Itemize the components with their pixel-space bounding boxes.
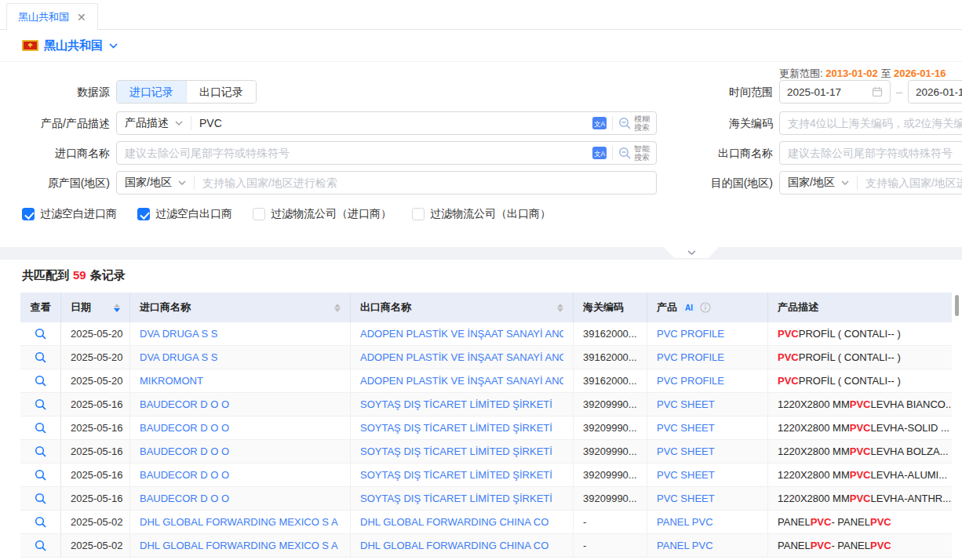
sort-icon[interactable]	[109, 304, 120, 312]
view-record-button[interactable]	[35, 398, 47, 411]
importer-input[interactable]	[117, 142, 589, 164]
checkbox-icon[interactable]	[253, 208, 265, 220]
col-header-importer[interactable]: 进口商名称	[130, 293, 351, 322]
view-record-button[interactable]	[35, 469, 47, 482]
date-to-input[interactable]: 2026-01-16	[908, 80, 962, 104]
checkbox-icon[interactable]	[22, 208, 35, 220]
table-row: 2025-05-16 BAUDECOR D O O SOYTAŞ DIŞ TİC…	[20, 487, 952, 511]
cell-description: PVC PROFİL ( CONTALI-- )	[768, 346, 952, 369]
vertical-scrollbar[interactable]	[955, 295, 959, 316]
destination-country-input[interactable]	[858, 172, 962, 194]
view-record-button[interactable]	[35, 328, 47, 340]
exporter-link[interactable]: ADOPEN PLASTİK VE İNŞAAT SANAYİ ANO...	[360, 375, 563, 387]
smart-search-button[interactable]: 智能搜索	[618, 144, 650, 162]
importer-link[interactable]: MIKROMONT	[140, 375, 203, 387]
product-link[interactable]: PANEL PVC	[657, 516, 713, 528]
product-link[interactable]: PVC SHEET	[657, 398, 715, 410]
chevron-down-icon	[178, 180, 186, 185]
filter-panel: 更新范围: 2013-01-02 至 2026-01-16 数据源 进口记录 出…	[0, 62, 962, 247]
importer-compound-input: 文A 智能搜索	[116, 141, 657, 165]
exporter-link[interactable]: SOYTAŞ DIŞ TİCARET LİMİTED ŞİRKETİ	[360, 422, 552, 434]
tab-title: 黑山共和国	[18, 10, 69, 24]
product-link[interactable]: PVC SHEET	[657, 469, 715, 481]
importer-link[interactable]: BAUDECOR D O O	[140, 469, 229, 481]
table-row: 2025-05-16 BAUDECOR D O O SOYTAŞ DIŞ TİC…	[20, 440, 952, 464]
filter-checkbox[interactable]: 过滤空白出口商	[137, 207, 232, 221]
country-title[interactable]: 黑山共和国	[44, 38, 103, 53]
product-link[interactable]: PVC SHEET	[657, 445, 715, 457]
view-record-button[interactable]	[35, 375, 47, 387]
toggle-export-records[interactable]: 出口记录	[186, 81, 256, 103]
toggle-import-records[interactable]: 进口记录	[117, 81, 186, 103]
product-link[interactable]: PANEL PVC	[657, 540, 713, 551]
cell-hs-code: 39209990...	[574, 416, 647, 439]
filter-checkbox[interactable]: 过滤物流公司（出口商）	[412, 207, 551, 221]
exporter-link[interactable]: SOYTAŞ DIŞ TİCARET LİMİTED ŞİRKETİ	[360, 445, 552, 457]
importer-link[interactable]: BAUDECOR D O O	[140, 493, 229, 504]
destination-select-value: 国家/地区	[788, 176, 835, 190]
filter-checkbox[interactable]: 过滤物流公司（进口商）	[253, 207, 392, 221]
checkbox-icon[interactable]	[137, 208, 150, 220]
exporter-input[interactable]	[779, 141, 962, 165]
exporter-link[interactable]: SOYTAŞ DIŞ TİCARET LİMİTED ŞİRKETİ	[360, 493, 552, 504]
product-input[interactable]	[191, 112, 589, 134]
checkbox-icon[interactable]	[412, 208, 425, 220]
cell-hs-code: 39209990...	[574, 440, 647, 463]
importer-link[interactable]: BAUDECOR D O O	[140, 398, 229, 410]
table-row: 2025-05-02 DHL GLOBAL FORWARDING MEXICO …	[20, 534, 952, 558]
col-header-date[interactable]: 日期	[61, 293, 130, 322]
fuzzy-search-button[interactable]: 模糊搜索	[618, 115, 650, 132]
importer-link[interactable]: DHL GLOBAL FORWARDING MEXICO S A	[140, 516, 338, 528]
exporter-link[interactable]: DHL GLOBAL FORWARDING CHINA CO	[360, 516, 548, 528]
sort-icon[interactable]	[330, 304, 341, 312]
chevron-down-icon[interactable]	[109, 43, 118, 49]
product-link[interactable]: PVC PROFILE	[657, 351, 724, 363]
sort-icon[interactable]	[552, 304, 563, 312]
importer-link[interactable]: BAUDECOR D O O	[140, 422, 229, 434]
view-record-button[interactable]	[35, 493, 47, 505]
table-row: 2025-05-20 DVA DRUGA S S ADOPEN PLASTİK …	[20, 322, 952, 346]
product-link[interactable]: PVC PROFILE	[657, 375, 724, 387]
product-link[interactable]: PVC SHEET	[657, 422, 715, 434]
hs-code-input[interactable]	[779, 111, 962, 135]
col-header-exporter[interactable]: 出口商名称	[351, 293, 574, 322]
panel-gap	[0, 247, 962, 260]
filter-checkbox[interactable]: 过滤空白进口商	[22, 207, 117, 221]
exporter-link[interactable]: ADOPEN PLASTİK VE İNŞAAT SANAYİ ANO...	[360, 351, 563, 363]
product-type-select[interactable]: 产品描述	[117, 112, 191, 134]
exporter-link[interactable]: DHL GLOBAL FORWARDING CHINA CO	[360, 540, 548, 551]
checkbox-label: 过滤空白出口商	[155, 207, 232, 221]
exporter-link[interactable]: SOYTAŞ DIŞ TİCARET LİMİTED ŞİRKETİ	[360, 398, 552, 410]
smart-search-label: 智能搜索	[634, 144, 650, 162]
exporter-link[interactable]: ADOPEN PLASTİK VE İNŞAAT SANAYİ ANO...	[360, 328, 563, 340]
importer-link[interactable]: DVA DRUGA S S	[140, 328, 217, 340]
importer-link[interactable]: BAUDECOR D O O	[140, 445, 229, 457]
table-row: 2025-05-20 MIKROMONT ADOPEN PLASTİK VE İ…	[20, 369, 952, 393]
date-from-input[interactable]: 2025-01-17	[779, 80, 891, 104]
close-icon[interactable]: ✕	[77, 12, 86, 23]
view-record-button[interactable]	[35, 540, 47, 552]
view-record-button[interactable]	[35, 445, 47, 458]
product-compound-input: 产品描述 文A 模糊搜索	[116, 111, 657, 135]
info-icon[interactable]	[700, 302, 711, 313]
data-source-label: 数据源	[0, 80, 110, 104]
importer-link[interactable]: DVA DRUGA S S	[140, 351, 217, 363]
exporter-link[interactable]: SOYTAŞ DIŞ TİCARET LİMİTED ŞİRKETİ	[360, 469, 552, 481]
origin-country-select[interactable]: 国家/地区	[117, 172, 194, 194]
importer-link[interactable]: DHL GLOBAL FORWARDING MEXICO S A	[140, 540, 338, 551]
view-search-icon	[35, 540, 47, 552]
view-record-button[interactable]	[35, 422, 47, 435]
product-link[interactable]: PVC PROFILE	[657, 328, 724, 340]
cell-description: PANEL PVC - PANEL PVC	[768, 511, 952, 533]
origin-country-input[interactable]	[195, 172, 656, 194]
destination-country-select[interactable]: 国家/地区	[780, 172, 857, 194]
update-range-sep: 至	[880, 67, 891, 79]
tab-montenegro[interactable]: 黑山共和国 ✕	[6, 3, 98, 30]
product-link[interactable]: PVC SHEET	[657, 493, 715, 504]
view-record-button[interactable]	[35, 516, 47, 529]
translate-icon[interactable]: 文A	[592, 147, 607, 159]
view-search-icon	[35, 445, 47, 458]
cell-date: 2025-05-16	[61, 487, 130, 510]
translate-icon[interactable]: 文A	[592, 117, 607, 129]
view-record-button[interactable]	[35, 351, 47, 364]
